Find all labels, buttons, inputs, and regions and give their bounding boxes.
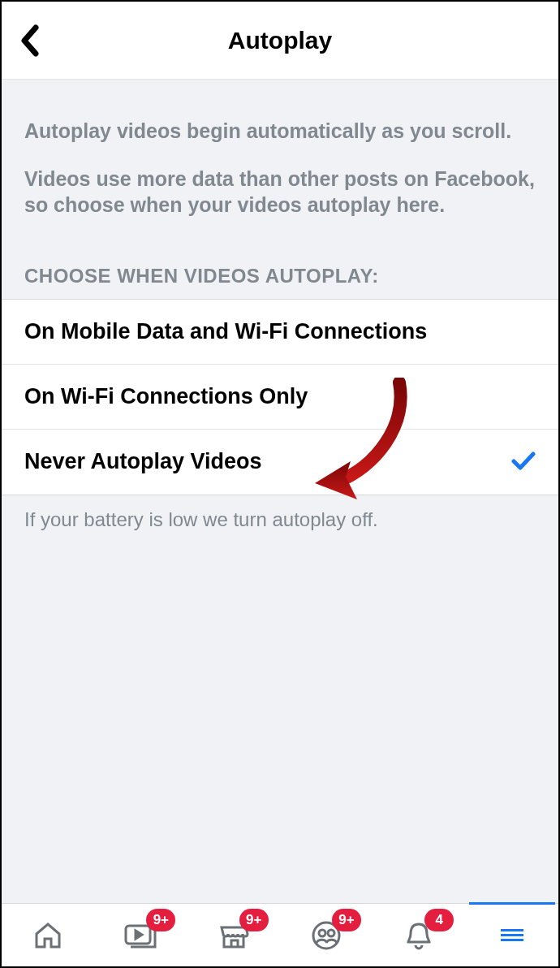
svg-point-4	[328, 930, 334, 936]
page-title: Autoplay	[2, 27, 558, 54]
tab-home[interactable]	[2, 904, 94, 966]
marketplace-badge: 9+	[239, 909, 269, 931]
option-wifi-only[interactable]: On Wi-Fi Connections Only	[2, 365, 558, 430]
tab-watch[interactable]: 9+	[94, 904, 187, 966]
option-label: On Mobile Data and Wi-Fi Connections	[24, 319, 427, 344]
description-line-2: Videos use more data than other posts on…	[24, 166, 536, 218]
tab-menu[interactable]	[466, 904, 558, 966]
footer-note: If your battery is low we turn autoplay …	[2, 495, 558, 544]
home-icon	[32, 919, 64, 952]
notifications-badge: 4	[424, 909, 454, 931]
checkmark-icon	[511, 447, 536, 477]
tab-notifications[interactable]: 4	[373, 904, 465, 966]
option-never[interactable]: Never Autoplay Videos	[2, 430, 558, 495]
back-button[interactable]	[19, 24, 39, 60]
header-bar: Autoplay	[2, 2, 558, 80]
section-label: CHOOSE WHEN VIDEOS AUTOPLAY:	[2, 218, 558, 299]
description-block: Autoplay videos begin automatically as y…	[2, 80, 558, 218]
app-frame: Autoplay Autoplay videos begin automatic…	[0, 0, 560, 968]
groups-badge: 9+	[332, 909, 361, 931]
option-label: On Wi-Fi Connections Only	[24, 384, 308, 409]
hamburger-icon	[501, 927, 523, 944]
option-label: Never Autoplay Videos	[24, 449, 262, 474]
tab-bar: 9+ 9+ 9+ 4	[2, 903, 558, 966]
tab-marketplace[interactable]: 9+	[187, 904, 280, 966]
description-line-1: Autoplay videos begin automatically as y…	[24, 119, 536, 144]
watch-badge: 9+	[146, 909, 175, 931]
option-mobile-and-wifi[interactable]: On Mobile Data and Wi-Fi Connections	[2, 300, 558, 365]
svg-marker-1	[136, 931, 142, 939]
svg-point-3	[319, 930, 325, 936]
autoplay-options: On Mobile Data and Wi-Fi Connections On …	[2, 299, 558, 495]
chevron-left-icon	[19, 24, 39, 57]
tab-groups[interactable]: 9+	[280, 904, 373, 966]
